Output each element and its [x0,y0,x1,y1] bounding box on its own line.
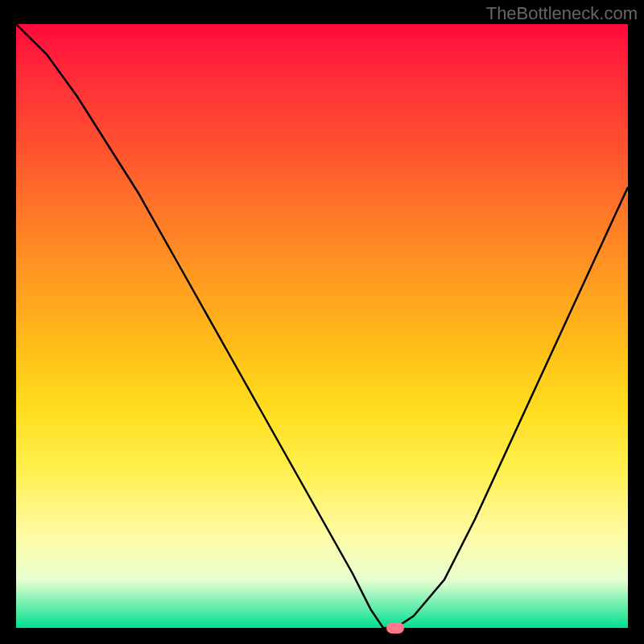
optimal-point-marker [386,622,404,634]
bottleneck-curve [16,24,628,628]
plot-area [16,24,628,628]
watermark-text: TheBottleneck.com [486,3,638,24]
chart-frame [16,24,628,628]
